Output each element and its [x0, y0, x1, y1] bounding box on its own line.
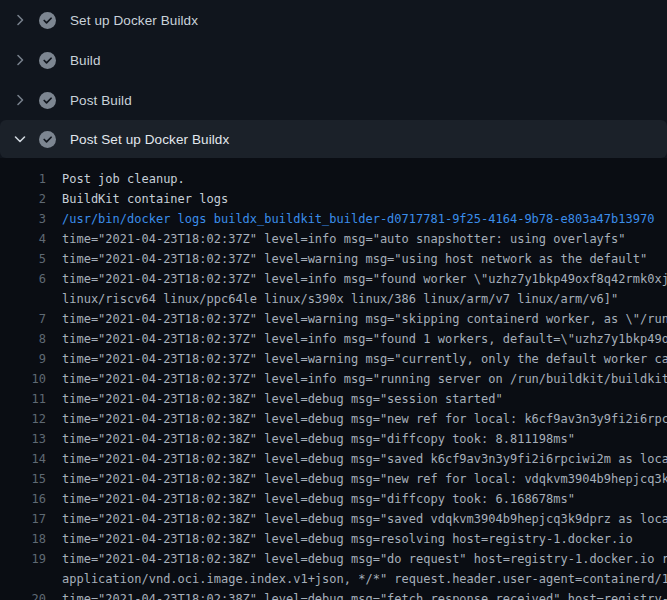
log-line-text-wrap: ▼time="2021-04-23T18:02:37Z" level=warni… — [62, 309, 667, 329]
check-circle-icon — [39, 92, 56, 109]
log-line: 4 ▼time="2021-04-23T18:02:37Z" level=inf… — [0, 229, 667, 249]
log-line-text-wrap: ▼time="2021-04-23T18:02:37Z" level=info … — [62, 329, 667, 349]
log-text: time="2021-04-23T18:02:37Z" level=info m… — [62, 372, 667, 386]
log-line-text-wrap: ▼time="2021-04-23T18:02:38Z" level=debug… — [62, 489, 667, 509]
step-title: Set up Docker Buildx — [70, 13, 198, 28]
log-text: time="2021-04-23T18:02:38Z" level=debug … — [62, 512, 667, 526]
log-viewer: 1 ▼Post job cleanup. 2 ▼BuildKit contain… — [0, 158, 667, 600]
log-line-number[interactable]: 6 — [0, 269, 46, 289]
chevron-right-icon[interactable] — [12, 92, 28, 108]
check-circle-icon — [39, 12, 56, 29]
log-line-number[interactable]: 2 — [0, 189, 46, 209]
log-text: time="2021-04-23T18:02:37Z" level=warnin… — [62, 352, 667, 366]
log-line: 7 ▼time="2021-04-23T18:02:37Z" level=war… — [0, 309, 667, 329]
log-line: ▼linux/riscv64 linux/ppc64le linux/s390x… — [0, 289, 667, 309]
log-text: time="2021-04-23T18:02:38Z" level=debug … — [62, 452, 667, 466]
log-line-number[interactable]: 17 — [0, 509, 46, 529]
log-line-number[interactable] — [0, 289, 46, 309]
step-row[interactable]: Post Build — [0, 80, 667, 120]
log-line: 15 ▼time="2021-04-23T18:02:38Z" level=de… — [0, 469, 667, 489]
log-text: time="2021-04-23T18:02:37Z" level=warnin… — [62, 312, 667, 326]
chevron-right-icon[interactable] — [12, 52, 28, 68]
check-circle-icon — [39, 131, 56, 148]
log-text: time="2021-04-23T18:02:37Z" level=info m… — [62, 332, 667, 346]
log-line: 1 ▼Post job cleanup. — [0, 169, 667, 189]
log-text: time="2021-04-23T18:02:38Z" level=debug … — [62, 552, 667, 566]
log-line-text-wrap: ▼time="2021-04-23T18:02:38Z" level=debug… — [62, 409, 667, 429]
log-line-number[interactable]: 18 — [0, 529, 46, 549]
log-line-number[interactable]: 12 — [0, 409, 46, 429]
log-line-number[interactable]: 20 — [0, 589, 46, 600]
log-text: time="2021-04-23T18:02:37Z" level=info m… — [62, 232, 626, 246]
log-line-text-wrap: ▼linux/riscv64 linux/ppc64le linux/s390x… — [62, 289, 667, 309]
log-line: 19 ▼time="2021-04-23T18:02:38Z" level=de… — [0, 549, 667, 569]
log-line-text-wrap: ▼time="2021-04-23T18:02:38Z" level=debug… — [62, 429, 667, 449]
log-line: 5 ▼time="2021-04-23T18:02:37Z" level=war… — [0, 249, 667, 269]
log-line-number[interactable]: 8 — [0, 329, 46, 349]
log-line-text-wrap: ▼time="2021-04-23T18:02:38Z" level=debug… — [62, 449, 667, 469]
log-line-number[interactable] — [0, 569, 46, 589]
log-text: time="2021-04-23T18:02:38Z" level=debug … — [62, 532, 633, 546]
log-line-number[interactable]: 11 — [0, 389, 46, 409]
log-text: time="2021-04-23T18:02:37Z" level=info m… — [62, 272, 667, 286]
log-text: time="2021-04-23T18:02:38Z" level=debug … — [62, 412, 667, 426]
log-line-text-wrap: ▼time="2021-04-23T18:02:38Z" level=debug… — [62, 389, 667, 409]
log-line-text-wrap: ▼time="2021-04-23T18:02:38Z" level=debug… — [62, 469, 667, 489]
log-line-number[interactable]: 10 — [0, 369, 46, 389]
log-line: 8 ▼time="2021-04-23T18:02:37Z" level=inf… — [0, 329, 667, 349]
step-title: Build — [70, 53, 101, 68]
log-line: 13 ▼time="2021-04-23T18:02:38Z" level=de… — [0, 429, 667, 449]
chevron-down-icon[interactable] — [12, 131, 28, 147]
log-line-text-wrap: ▼Post job cleanup. — [62, 169, 667, 189]
log-line-number[interactable]: 9 — [0, 349, 46, 369]
log-line-text-wrap: ▼/usr/bin/docker logs buildx_buildkit_bu… — [62, 209, 667, 229]
step-title: Post Set up Docker Buildx — [70, 132, 229, 147]
log-line: 20 ▼time="2021-04-23T18:02:38Z" level=de… — [0, 589, 667, 600]
log-line-number[interactable]: 1 — [0, 169, 46, 189]
log-line-text-wrap: ▼time="2021-04-23T18:02:37Z" level=info … — [62, 229, 667, 249]
log-line-number[interactable]: 13 — [0, 429, 46, 449]
log-line: ▼application/vnd.oci.image.index.v1+json… — [0, 569, 667, 589]
step-row[interactable]: Post Set up Docker Buildx — [0, 120, 667, 158]
log-line-number[interactable]: 5 — [0, 249, 46, 269]
step-list: Set up Docker Buildx Build — [0, 0, 667, 158]
log-line-number[interactable]: 4 — [0, 229, 46, 249]
log-text: time="2021-04-23T18:02:38Z" level=debug … — [62, 592, 667, 600]
log-text: BuildKit container logs — [62, 192, 228, 206]
log-text: /usr/bin/docker logs buildx_buildkit_bui… — [62, 212, 654, 226]
log-line-text-wrap: ▼application/vnd.oci.image.index.v1+json… — [62, 569, 667, 589]
log-text: time="2021-04-23T18:02:38Z" level=debug … — [62, 392, 503, 406]
log-line-text-wrap: ▼time="2021-04-23T18:02:38Z" level=debug… — [62, 589, 667, 600]
log-text: linux/riscv64 linux/ppc64le linux/s390x … — [62, 292, 618, 306]
log-line: 10 ▼time="2021-04-23T18:02:37Z" level=in… — [0, 369, 667, 389]
log-line: 6 ▼time="2021-04-23T18:02:37Z" level=inf… — [0, 269, 667, 289]
log-line-number[interactable]: 14 — [0, 449, 46, 469]
step-row[interactable]: Set up Docker Buildx — [0, 0, 667, 40]
log-line-text-wrap: ▼time="2021-04-23T18:02:37Z" level=info … — [62, 369, 667, 389]
chevron-right-icon[interactable] — [12, 12, 28, 28]
log-line: 16 ▼time="2021-04-23T18:02:38Z" level=de… — [0, 489, 667, 509]
log-line-text-wrap: ▼time="2021-04-23T18:02:37Z" level=warni… — [62, 349, 667, 369]
log-line: 9 ▼time="2021-04-23T18:02:37Z" level=war… — [0, 349, 667, 369]
check-circle-icon — [39, 52, 56, 69]
log-line-text-wrap: ▼time="2021-04-23T18:02:37Z" level=warni… — [62, 249, 667, 269]
log-line: 3 ▼/usr/bin/docker logs buildx_buildkit_… — [0, 209, 667, 229]
log-text: time="2021-04-23T18:02:38Z" level=debug … — [62, 432, 575, 446]
log-line-text-wrap: ▼BuildKit container logs — [62, 189, 667, 209]
log-line: 17 ▼time="2021-04-23T18:02:38Z" level=de… — [0, 509, 667, 529]
log-line-number[interactable]: 16 — [0, 489, 46, 509]
log-line-text-wrap: ▼time="2021-04-23T18:02:37Z" level=info … — [62, 269, 667, 289]
log-line-number[interactable]: 7 — [0, 309, 46, 329]
log-line: 12 ▼time="2021-04-23T18:02:38Z" level=de… — [0, 409, 667, 429]
log-line: 2 ▼BuildKit container logs — [0, 189, 667, 209]
log-text: time="2021-04-23T18:02:38Z" level=debug … — [62, 492, 575, 506]
log-line-text-wrap: ▼time="2021-04-23T18:02:38Z" level=debug… — [62, 529, 667, 549]
log-line: 11 ▼time="2021-04-23T18:02:38Z" level=de… — [0, 389, 667, 409]
log-line-number[interactable]: 3 — [0, 209, 46, 229]
step-row[interactable]: Build — [0, 40, 667, 80]
log-text: time="2021-04-23T18:02:37Z" level=warnin… — [62, 252, 647, 266]
log-text: Post job cleanup. — [62, 172, 185, 186]
log-line-number[interactable]: 19 — [0, 549, 46, 569]
log-line-text-wrap: ▼time="2021-04-23T18:02:38Z" level=debug… — [62, 509, 667, 529]
log-line-number[interactable]: 15 — [0, 469, 46, 489]
